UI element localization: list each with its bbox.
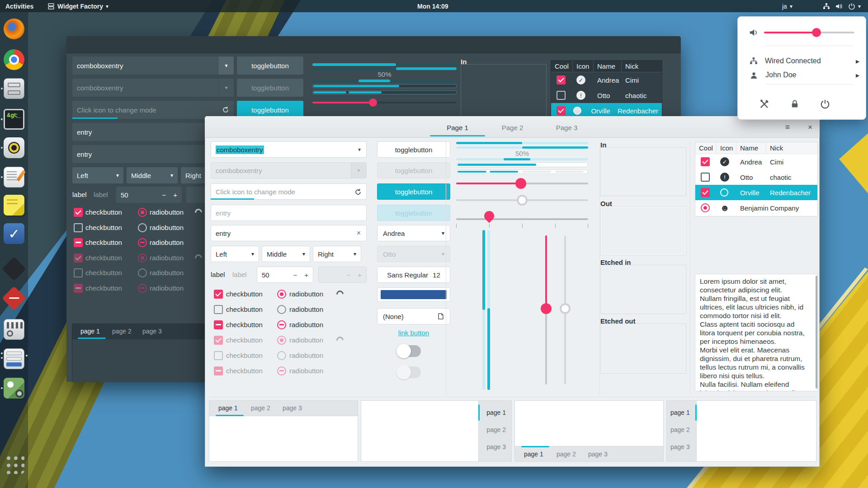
lock-icon[interactable] [790, 99, 799, 109]
nbtab-page2[interactable]: page 2 [112, 328, 132, 335]
todo-icon[interactable]: ✓ [4, 223, 24, 244]
slider-marks[interactable] [456, 218, 588, 220]
radio-selected[interactable] [277, 290, 286, 299]
checkbox-unchecked[interactable] [74, 223, 83, 232]
spinbutton[interactable]: 50−+ [116, 187, 182, 203]
checkbox-unchecked[interactable] [214, 305, 223, 314]
slider[interactable] [456, 183, 588, 184]
row-checkbox-unchecked[interactable] [701, 173, 710, 182]
font-button[interactable]: Sans Regular12 [377, 267, 450, 283]
tab-page1[interactable]: Page 1 [430, 117, 485, 138]
vslider[interactable] [545, 235, 547, 385]
tree-row[interactable]: ✓AndreaCimi [551, 72, 662, 88]
entry-placeholder[interactable]: entry [211, 205, 367, 221]
row-checkbox-unchecked[interactable] [557, 91, 566, 100]
power-icon[interactable] [848, 0, 855, 12]
volume-handle[interactable] [812, 28, 821, 37]
align-combo-middle[interactable]: Middle▾ [127, 167, 178, 183]
togglebutton[interactable]: togglebutton [237, 56, 303, 75]
col-nick[interactable]: Nick [622, 61, 662, 72]
nbtab-page3[interactable]: page 3 [486, 443, 506, 450]
slider-handle-mark[interactable] [482, 209, 496, 223]
image-viewer-icon[interactable] [4, 378, 24, 399]
radio-indeterminate[interactable] [277, 320, 286, 329]
clear-icon[interactable]: × [357, 229, 361, 237]
checkbox-checked[interactable] [74, 208, 83, 217]
nbtab-page3[interactable]: page 3 [283, 404, 302, 412]
file-chooser-button[interactable]: (None) [377, 308, 450, 324]
sticky-notes-icon[interactable] [4, 195, 24, 216]
activities-button[interactable]: Activities [5, 0, 33, 12]
align-combo-middle[interactable]: Middle▾ [262, 246, 310, 262]
refresh-icon[interactable] [222, 106, 229, 113]
col-icon[interactable]: Icon [717, 142, 736, 154]
link-button[interactable]: link button [377, 329, 450, 337]
files-icon[interactable] [4, 78, 24, 99]
tab-page2[interactable]: Page 2 [486, 117, 538, 138]
align-combo-right[interactable]: Right▾ [313, 246, 361, 262]
nbtab-page3[interactable]: page 3 [670, 443, 690, 450]
combo-arrow[interactable]: ▾ [218, 56, 234, 75]
entry-with-clear[interactable]: entry× [211, 225, 367, 241]
name-combo[interactable]: Andrea▾ [377, 225, 450, 241]
nbtab-page3[interactable]: page 3 [142, 328, 162, 335]
nbtab-page2[interactable]: page 2 [557, 450, 576, 458]
col-cool[interactable]: Cool [695, 142, 717, 154]
row-checkbox-checked[interactable] [557, 106, 566, 115]
checkbox-checked[interactable] [214, 290, 223, 299]
firefox-icon[interactable] [4, 19, 24, 39]
menu-icon[interactable]: ≡ [778, 117, 797, 138]
network-menu-item[interactable]: Wired Connected ▸ [738, 54, 866, 68]
togglebutton[interactable]: togglebutton [377, 141, 450, 158]
text-editor-icon[interactable] [4, 167, 24, 188]
spin-minus-icon[interactable]: − [293, 271, 297, 279]
align-combo-left[interactable]: Left▾ [72, 167, 123, 183]
tree-row[interactable]: !Ottochaotic [551, 88, 662, 103]
switch-knob[interactable] [396, 344, 411, 358]
user-menu-item[interactable]: John Doe ▸ [738, 68, 866, 82]
scrollbar[interactable] [816, 276, 817, 389]
col-name[interactable]: Name [594, 61, 622, 72]
network-icon[interactable] [823, 0, 830, 12]
slider[interactable] [312, 102, 457, 103]
col-nick[interactable]: Nick [766, 142, 817, 154]
radio-selected[interactable] [138, 208, 147, 217]
widget-factory-icon[interactable] [4, 348, 24, 369]
col-cool[interactable]: Cool [551, 61, 573, 72]
volume-icon[interactable] [835, 0, 842, 12]
comboboxentry[interactable]: comboboxentry▾ [211, 141, 367, 158]
nbtab-page2[interactable]: page 2 [486, 426, 506, 433]
clock[interactable]: Mon 14:09 [417, 0, 448, 12]
checkbox-indeterminate[interactable] [214, 320, 223, 329]
nbtab-page1[interactable]: page 1 [218, 404, 238, 412]
system-menu-chevron-icon[interactable]: ▾ [858, 0, 861, 12]
checkbox-indeterminate[interactable] [74, 238, 83, 247]
git-icon[interactable] [2, 286, 26, 310]
tab-page3[interactable]: Page 3 [541, 117, 593, 138]
mode-entry[interactable]: Click icon to change mode [211, 183, 367, 200]
vslider-handle[interactable] [541, 303, 552, 314]
radio-unselected[interactable] [277, 305, 286, 314]
radio-indeterminate[interactable] [138, 238, 147, 247]
radio-unselected[interactable] [138, 223, 147, 232]
tree-row[interactable]: !Ottochaotic [695, 169, 817, 185]
row-checkbox-checked[interactable] [701, 188, 710, 197]
nbtab-page1[interactable]: page 1 [486, 409, 506, 416]
row-radio-selected[interactable] [701, 203, 710, 212]
keyboard-indicator[interactable]: ja▾ [782, 0, 793, 12]
nbtab-page3[interactable]: page 3 [588, 450, 608, 458]
tree-row[interactable]: ✓AndreaCimi [695, 154, 817, 169]
spin-plus-icon[interactable]: + [173, 191, 177, 199]
row-checkbox-checked[interactable] [701, 157, 710, 166]
nbtab-page1[interactable]: page 1 [670, 409, 690, 416]
align-combo-left[interactable]: Left▾ [211, 246, 259, 262]
togglebutton-active[interactable]: togglebutton [377, 183, 450, 200]
color-button[interactable] [377, 287, 450, 302]
volume-slider[interactable] [764, 32, 854, 33]
slider-handle[interactable] [369, 99, 377, 107]
power-off-icon[interactable] [820, 99, 830, 109]
switch-off[interactable] [397, 345, 421, 357]
spin-minus-icon[interactable]: − [162, 191, 166, 199]
close-icon[interactable]: × [801, 117, 819, 138]
settings-icon[interactable] [760, 99, 769, 109]
